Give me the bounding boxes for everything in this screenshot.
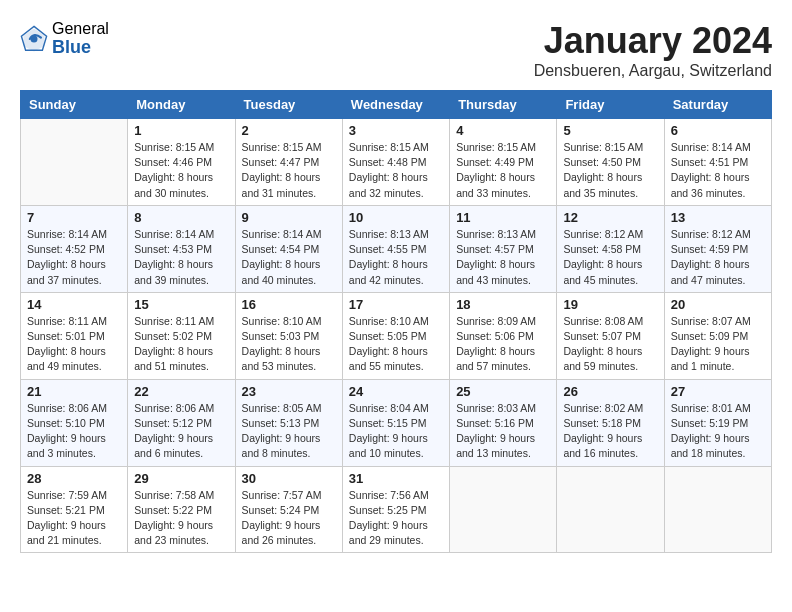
day-info: Sunrise: 8:05 AM Sunset: 5:13 PM Dayligh… [242,401,336,462]
calendar-cell: 13Sunrise: 8:12 AM Sunset: 4:59 PM Dayli… [664,205,771,292]
calendar-cell: 20Sunrise: 8:07 AM Sunset: 5:09 PM Dayli… [664,292,771,379]
calendar-week-row: 21Sunrise: 8:06 AM Sunset: 5:10 PM Dayli… [21,379,772,466]
day-info: Sunrise: 8:11 AM Sunset: 5:01 PM Dayligh… [27,314,121,375]
svg-point-2 [31,35,38,42]
day-info: Sunrise: 8:15 AM Sunset: 4:49 PM Dayligh… [456,140,550,201]
logo: General Blue [20,20,109,57]
calendar-body: 1Sunrise: 8:15 AM Sunset: 4:46 PM Daylig… [21,119,772,553]
logo-blue-text: Blue [52,38,109,58]
day-info: Sunrise: 7:57 AM Sunset: 5:24 PM Dayligh… [242,488,336,549]
calendar-header: SundayMondayTuesdayWednesdayThursdayFrid… [21,91,772,119]
weekday-header-wednesday: Wednesday [342,91,449,119]
weekday-header-row: SundayMondayTuesdayWednesdayThursdayFrid… [21,91,772,119]
day-info: Sunrise: 8:15 AM Sunset: 4:46 PM Dayligh… [134,140,228,201]
day-number: 28 [27,471,121,486]
calendar-cell [664,466,771,553]
calendar-cell: 23Sunrise: 8:05 AM Sunset: 5:13 PM Dayli… [235,379,342,466]
day-number: 3 [349,123,443,138]
calendar-week-row: 28Sunrise: 7:59 AM Sunset: 5:21 PM Dayli… [21,466,772,553]
calendar-week-row: 14Sunrise: 8:11 AM Sunset: 5:01 PM Dayli… [21,292,772,379]
calendar-cell: 24Sunrise: 8:04 AM Sunset: 5:15 PM Dayli… [342,379,449,466]
calendar-cell: 4Sunrise: 8:15 AM Sunset: 4:49 PM Daylig… [450,119,557,206]
day-number: 14 [27,297,121,312]
day-info: Sunrise: 8:13 AM Sunset: 4:55 PM Dayligh… [349,227,443,288]
calendar-cell: 30Sunrise: 7:57 AM Sunset: 5:24 PM Dayli… [235,466,342,553]
calendar-cell: 31Sunrise: 7:56 AM Sunset: 5:25 PM Dayli… [342,466,449,553]
calendar-cell: 17Sunrise: 8:10 AM Sunset: 5:05 PM Dayli… [342,292,449,379]
logo-general: General [52,20,109,38]
day-info: Sunrise: 8:08 AM Sunset: 5:07 PM Dayligh… [563,314,657,375]
day-info: Sunrise: 8:10 AM Sunset: 5:05 PM Dayligh… [349,314,443,375]
day-number: 26 [563,384,657,399]
weekday-header-sunday: Sunday [21,91,128,119]
day-number: 5 [563,123,657,138]
weekday-header-tuesday: Tuesday [235,91,342,119]
calendar-cell: 9Sunrise: 8:14 AM Sunset: 4:54 PM Daylig… [235,205,342,292]
calendar-cell: 26Sunrise: 8:02 AM Sunset: 5:18 PM Dayli… [557,379,664,466]
day-number: 20 [671,297,765,312]
day-number: 18 [456,297,550,312]
weekday-header-thursday: Thursday [450,91,557,119]
calendar-cell: 22Sunrise: 8:06 AM Sunset: 5:12 PM Dayli… [128,379,235,466]
calendar-cell: 2Sunrise: 8:15 AM Sunset: 4:47 PM Daylig… [235,119,342,206]
day-number: 6 [671,123,765,138]
logo-text: General Blue [52,20,109,57]
day-number: 12 [563,210,657,225]
calendar-week-row: 7Sunrise: 8:14 AM Sunset: 4:52 PM Daylig… [21,205,772,292]
calendar-cell: 3Sunrise: 8:15 AM Sunset: 4:48 PM Daylig… [342,119,449,206]
day-info: Sunrise: 8:09 AM Sunset: 5:06 PM Dayligh… [456,314,550,375]
day-info: Sunrise: 8:15 AM Sunset: 4:47 PM Dayligh… [242,140,336,201]
calendar-table: SundayMondayTuesdayWednesdayThursdayFrid… [20,90,772,553]
page-header: General Blue January 2024 Densbueren, Aa… [20,20,772,80]
calendar-cell: 10Sunrise: 8:13 AM Sunset: 4:55 PM Dayli… [342,205,449,292]
day-info: Sunrise: 8:11 AM Sunset: 5:02 PM Dayligh… [134,314,228,375]
day-info: Sunrise: 8:07 AM Sunset: 5:09 PM Dayligh… [671,314,765,375]
day-number: 25 [456,384,550,399]
calendar-cell [557,466,664,553]
logo-icon [20,25,48,53]
calendar-cell: 8Sunrise: 8:14 AM Sunset: 4:53 PM Daylig… [128,205,235,292]
calendar-cell [450,466,557,553]
calendar-cell: 11Sunrise: 8:13 AM Sunset: 4:57 PM Dayli… [450,205,557,292]
day-number: 22 [134,384,228,399]
day-number: 17 [349,297,443,312]
day-number: 4 [456,123,550,138]
day-info: Sunrise: 7:58 AM Sunset: 5:22 PM Dayligh… [134,488,228,549]
calendar-cell: 16Sunrise: 8:10 AM Sunset: 5:03 PM Dayli… [235,292,342,379]
calendar-cell: 19Sunrise: 8:08 AM Sunset: 5:07 PM Dayli… [557,292,664,379]
day-number: 15 [134,297,228,312]
day-info: Sunrise: 8:14 AM Sunset: 4:53 PM Dayligh… [134,227,228,288]
day-info: Sunrise: 8:02 AM Sunset: 5:18 PM Dayligh… [563,401,657,462]
day-number: 29 [134,471,228,486]
calendar-cell: 25Sunrise: 8:03 AM Sunset: 5:16 PM Dayli… [450,379,557,466]
day-number: 24 [349,384,443,399]
day-info: Sunrise: 8:01 AM Sunset: 5:19 PM Dayligh… [671,401,765,462]
calendar-cell: 7Sunrise: 8:14 AM Sunset: 4:52 PM Daylig… [21,205,128,292]
calendar-cell: 12Sunrise: 8:12 AM Sunset: 4:58 PM Dayli… [557,205,664,292]
day-number: 21 [27,384,121,399]
calendar-cell: 27Sunrise: 8:01 AM Sunset: 5:19 PM Dayli… [664,379,771,466]
calendar-cell: 6Sunrise: 8:14 AM Sunset: 4:51 PM Daylig… [664,119,771,206]
day-number: 9 [242,210,336,225]
day-number: 2 [242,123,336,138]
day-info: Sunrise: 7:56 AM Sunset: 5:25 PM Dayligh… [349,488,443,549]
day-info: Sunrise: 8:03 AM Sunset: 5:16 PM Dayligh… [456,401,550,462]
day-info: Sunrise: 8:10 AM Sunset: 5:03 PM Dayligh… [242,314,336,375]
day-info: Sunrise: 8:15 AM Sunset: 4:48 PM Dayligh… [349,140,443,201]
calendar-cell: 21Sunrise: 8:06 AM Sunset: 5:10 PM Dayli… [21,379,128,466]
day-info: Sunrise: 7:59 AM Sunset: 5:21 PM Dayligh… [27,488,121,549]
day-info: Sunrise: 8:12 AM Sunset: 4:59 PM Dayligh… [671,227,765,288]
calendar-cell: 1Sunrise: 8:15 AM Sunset: 4:46 PM Daylig… [128,119,235,206]
day-number: 19 [563,297,657,312]
day-info: Sunrise: 8:06 AM Sunset: 5:12 PM Dayligh… [134,401,228,462]
day-number: 10 [349,210,443,225]
calendar-cell: 18Sunrise: 8:09 AM Sunset: 5:06 PM Dayli… [450,292,557,379]
weekday-header-monday: Monday [128,91,235,119]
day-number: 31 [349,471,443,486]
day-number: 13 [671,210,765,225]
calendar-cell [21,119,128,206]
calendar-title: January 2024 [534,20,772,62]
weekday-header-friday: Friday [557,91,664,119]
title-block: January 2024 Densbueren, Aargau, Switzer… [534,20,772,80]
day-number: 30 [242,471,336,486]
